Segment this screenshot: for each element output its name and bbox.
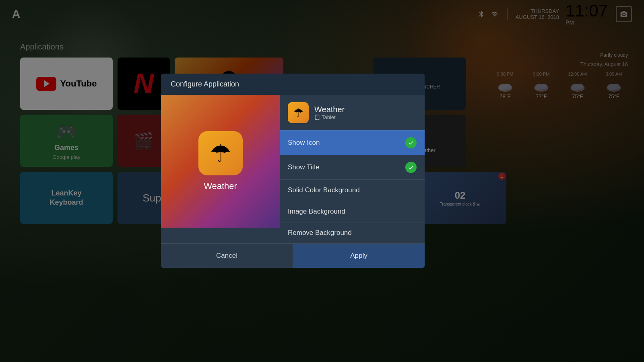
configure-dialog: Configure Application ☂ Weather ☂ Weathe… xyxy=(161,74,425,268)
app-info-text: Weather Tablet xyxy=(314,105,345,120)
show-icon-label: Show Icon xyxy=(288,139,320,147)
show-title-label: Show Title xyxy=(288,163,319,171)
dialog-options-panel: ☂ Weather Tablet Show Icon xyxy=(280,95,425,243)
tablet-device-icon xyxy=(314,115,320,120)
option-image-background[interactable]: Image Background xyxy=(280,201,425,222)
image-background-label: Image Background xyxy=(288,208,345,216)
solid-color-label: Solid Color Background xyxy=(288,186,360,194)
show-icon-check xyxy=(405,137,417,148)
option-show-title[interactable]: Show Title xyxy=(280,155,425,179)
checkmark-icon xyxy=(408,140,414,146)
apply-button[interactable]: Apply xyxy=(293,244,425,268)
app-info-icon: ☂ xyxy=(288,102,309,123)
show-title-check xyxy=(405,162,417,173)
checkmark-icon-2 xyxy=(408,164,414,171)
preview-app-name: Weather xyxy=(204,181,237,191)
option-show-icon[interactable]: Show Icon xyxy=(280,130,425,155)
app-info-umbrella: ☂ xyxy=(293,106,303,119)
app-info-sub: Tablet xyxy=(314,114,345,120)
option-remove-background[interactable]: Remove Background xyxy=(280,222,425,243)
cancel-button[interactable]: Cancel xyxy=(161,244,293,268)
app-info-name: Weather xyxy=(314,105,345,114)
option-solid-color[interactable]: Solid Color Background xyxy=(280,179,425,201)
preview-icon-background: ☂ xyxy=(198,131,243,175)
remove-background-label: Remove Background xyxy=(288,229,352,237)
dialog-title: Configure Application xyxy=(171,80,239,88)
dialog-body: ☂ Weather ☂ Weather Tablet xyxy=(161,95,425,243)
app-info-row: ☂ Weather Tablet xyxy=(280,95,425,130)
preview-umbrella-icon: ☂ xyxy=(210,139,231,167)
dialog-footer: Cancel Apply xyxy=(161,243,425,268)
dialog-header: Configure Application xyxy=(161,74,425,95)
dialog-preview-panel: ☂ Weather xyxy=(161,95,280,228)
